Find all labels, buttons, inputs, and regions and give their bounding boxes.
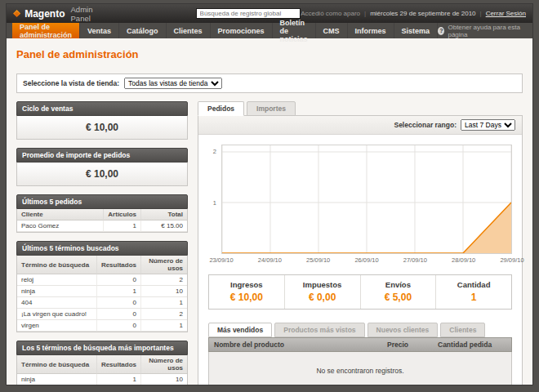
table-row[interactable]: 404 0 1: [17, 297, 187, 309]
stat-value: € 10,00: [211, 292, 283, 303]
y-axis-label: 1: [213, 199, 216, 207]
tab-label: Clientes: [449, 326, 476, 334]
range-select[interactable]: Last 7 Days: [461, 119, 515, 131]
chart-plot-area: [221, 145, 512, 254]
totals-row: Ingresos € 10,00 Impuestos € 0,00: [208, 274, 512, 310]
store-view-select[interactable]: Todas las vistas de tienda: [124, 78, 222, 89]
tab-label: Importes: [256, 105, 286, 113]
average-orders-value: € 10,00: [16, 163, 188, 186]
stat-cell: Ingresos € 10,00: [209, 275, 284, 309]
dashboard-panel: Seleccionar rango: Last 7 Days 12 23/09/…: [198, 115, 523, 385]
top-search-table: Término de búsqueda Resultados Número de…: [16, 355, 188, 385]
x-axis-label: 23/09/10: [209, 256, 233, 264]
logo-suffix: Admin Panel: [71, 5, 102, 23]
magento-logo-icon: [13, 8, 20, 19]
tab[interactable]: Pedidos: [198, 101, 244, 116]
logout-link[interactable]: Cerrar Sesión: [486, 10, 526, 17]
term-cell: ninja: [17, 286, 97, 297]
stat-value: € 5,00: [363, 292, 434, 303]
column-header: Precio: [382, 338, 433, 351]
admin-page: Magento Admin Panel Accedió como aparo |…: [6, 3, 533, 385]
nav-item-label: Clientes: [174, 27, 203, 35]
stat-value: 1: [438, 292, 510, 303]
x-axis-label: 25/09/10: [306, 256, 330, 264]
page-title: Panel de administración: [16, 48, 523, 60]
results-cell: 1: [97, 286, 141, 297]
column-header: Cliente: [17, 209, 104, 220]
nav-item-label: CMS: [323, 27, 340, 35]
stat-cell: Cantidad 1: [435, 275, 511, 309]
table-row[interactable]: virgen 0 1: [17, 320, 187, 332]
term-cell: reloj: [17, 274, 97, 286]
box-title: Ciclo de ventas: [16, 101, 188, 116]
nav-item[interactable]: Panel de administración: [12, 23, 80, 38]
nav-item[interactable]: Clientes: [167, 23, 211, 38]
help-icon: ?: [438, 27, 444, 35]
box-title: Últimos 5 pedidos: [16, 194, 188, 209]
dashboard-left-column: Ciclo de ventas € 10,00 Promedio de impo…: [16, 101, 188, 385]
x-axis-label: 29/09/10: [500, 256, 523, 264]
tab-label: Nuevos clientes: [376, 326, 430, 334]
box-title: Últimos 5 términos buscados: [16, 241, 188, 256]
stat-label: Ingresos: [211, 280, 283, 289]
results-cell: 1: [97, 374, 141, 385]
x-axis-label: 24/09/10: [258, 256, 282, 264]
table-row[interactable]: reloj 0 2: [17, 274, 187, 286]
nav-item-label: Catálogo: [127, 27, 158, 35]
column-header: Número de usos: [141, 256, 187, 274]
logo-text: Magento: [24, 8, 65, 20]
nav-item[interactable]: Ventas: [80, 23, 119, 38]
nav-item[interactable]: CMS: [316, 23, 348, 38]
column-header: Nombre del producto: [209, 338, 382, 351]
x-axis-label: 26/09/10: [354, 256, 378, 264]
column-header: Número de usos: [141, 355, 187, 374]
box-title: Promedio de importe de pedidos: [16, 148, 188, 163]
nav-item[interactable]: Promociones: [211, 23, 273, 38]
nav-item-label: Ventas: [87, 27, 111, 35]
uses-cell: 2: [141, 309, 187, 320]
tab[interactable]: Productos más vistos: [274, 323, 364, 337]
uses-cell: 10: [141, 374, 187, 385]
table-row[interactable]: ¡La virgen que cuadro! 0 2: [17, 309, 187, 320]
box-title: Los 5 términos de búsqueda más important…: [16, 341, 188, 355]
column-header: Cantidad pedida: [433, 338, 511, 351]
term-cell: virgen: [17, 320, 97, 332]
average-orders-box: Promedio de importe de pedidos € 10,00: [16, 148, 188, 186]
main-nav: Panel de administración Ventas Catálogo …: [7, 23, 532, 38]
column-header: Artículos: [104, 209, 141, 220]
help-label: Obtener ayuda para esta página: [448, 24, 526, 38]
nav-item-label: Sistema: [402, 27, 430, 35]
page-help-link[interactable]: ? Obtener ayuda para esta página: [438, 23, 526, 38]
last-search-table: Término de búsqueda Resultados Número de…: [16, 256, 188, 332]
tab-label: Más vendidos: [217, 326, 263, 334]
nav-item[interactable]: Boletín de noticias: [273, 23, 316, 38]
stat-value: € 0,00: [287, 292, 359, 303]
uses-cell: 10: [141, 286, 187, 297]
tab[interactable]: Importes: [247, 101, 296, 116]
dashboard-columns: Ciclo de ventas € 10,00 Promedio de impo…: [16, 101, 523, 385]
total-cell: € 15.00: [141, 220, 187, 232]
nav-item[interactable]: Informes: [348, 23, 394, 38]
orders-chart: 12 23/09/1024/09/1025/09/1026/09/1027/09…: [208, 145, 512, 265]
products-grid: Nombre del producto Precio Cantidad pedi…: [208, 337, 512, 385]
tab[interactable]: Nuevos clientes: [368, 323, 439, 337]
chart-tabs: Pedidos Importes: [198, 101, 523, 116]
tab[interactable]: Más vendidos: [208, 323, 272, 337]
results-cell: 0: [97, 309, 141, 320]
dashboard-main-column: Pedidos Importes Seleccionar rango:: [198, 101, 523, 385]
nav-item[interactable]: Catálogo: [119, 23, 167, 38]
table-row[interactable]: Paco Gomez 1 € 15.00: [17, 220, 187, 232]
customer-cell: Paco Gomez: [17, 220, 104, 232]
stat-label: Impuestos: [287, 280, 359, 289]
table-row[interactable]: ninja 1 10: [17, 374, 187, 385]
column-header: Resultados: [97, 355, 141, 374]
results-cell: 0: [97, 297, 141, 309]
column-header: Término de búsqueda: [17, 355, 97, 374]
nav-item-label: Informes: [355, 27, 386, 35]
tab[interactable]: Clientes: [440, 323, 485, 337]
global-search-input[interactable]: [196, 8, 301, 19]
table-row[interactable]: ninja 1 10: [17, 286, 187, 297]
lifetime-sales-value: € 10,00: [16, 116, 188, 140]
last-orders-table: Cliente Artículos Total Paco Gomez 1 € 1…: [16, 209, 188, 233]
nav-item[interactable]: Sistema: [394, 23, 439, 38]
